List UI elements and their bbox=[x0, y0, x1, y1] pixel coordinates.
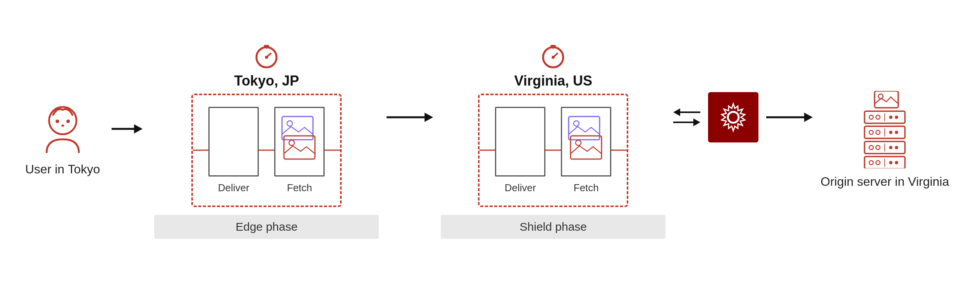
gear-section bbox=[708, 92, 758, 142]
edge-image-icon-2 bbox=[283, 135, 320, 162]
edge-location-header: Tokyo, JP bbox=[234, 43, 299, 89]
svg-point-21 bbox=[576, 140, 581, 146]
origin-server-icon bbox=[858, 91, 912, 170]
svg-rect-5 bbox=[264, 45, 269, 47]
svg-point-32 bbox=[869, 130, 873, 134]
svg-point-42 bbox=[895, 146, 898, 149]
shield-fetch-label: Fetch bbox=[574, 182, 599, 194]
origin-label: Origin server in Virginia bbox=[820, 174, 949, 190]
main-layout: User in Tokyo Tokyo, JP bbox=[25, 43, 955, 239]
shield-image-icon-2 bbox=[570, 135, 607, 162]
shield-section: Virginia, US Deliver bbox=[441, 43, 665, 239]
edge-fetch-box: Fetch bbox=[274, 107, 325, 194]
gear-icon bbox=[716, 100, 751, 135]
edge-phase-banner: Edge phase bbox=[154, 215, 379, 239]
svg-point-44 bbox=[869, 161, 873, 164]
edge-dashed-box: Deliver bbox=[191, 94, 342, 207]
svg-point-35 bbox=[889, 131, 893, 134]
svg-point-10 bbox=[287, 121, 292, 126]
bidirectional-arrows bbox=[673, 110, 700, 124]
svg-rect-14 bbox=[550, 45, 556, 47]
gear-box bbox=[708, 92, 758, 142]
svg-point-39 bbox=[876, 146, 880, 149]
edge-deliver-label: Deliver bbox=[218, 182, 249, 194]
svg-point-27 bbox=[876, 115, 880, 119]
svg-point-36 bbox=[895, 131, 898, 134]
shield-deliver-label: Deliver bbox=[505, 182, 536, 194]
edge-section: Tokyo, JP Deliver bbox=[154, 43, 379, 239]
edge-deliver-box: Deliver bbox=[208, 107, 259, 194]
shield-phase-banner: Shield phase bbox=[441, 215, 665, 239]
svg-point-48 bbox=[895, 161, 898, 164]
svg-rect-20 bbox=[571, 136, 602, 159]
shield-timer-icon bbox=[540, 43, 567, 70]
svg-point-0 bbox=[49, 107, 76, 134]
edge-timer-icon bbox=[253, 43, 280, 70]
shield-fetch-box: Fetch bbox=[561, 107, 611, 194]
shield-deliver-rect bbox=[495, 107, 545, 176]
shield-deliver-box: Deliver bbox=[495, 107, 545, 194]
svg-point-47 bbox=[889, 161, 893, 164]
gear-to-origin-arrow bbox=[766, 115, 813, 120]
svg-point-17 bbox=[552, 56, 555, 59]
shield-dashed-box: Deliver bbox=[478, 94, 628, 207]
edge-deliver-rect bbox=[208, 107, 259, 176]
svg-point-3 bbox=[61, 125, 64, 127]
user-label: User in Tokyo bbox=[25, 161, 100, 178]
svg-point-41 bbox=[889, 146, 893, 149]
svg-point-26 bbox=[869, 115, 873, 119]
edge-fetch-label: Fetch bbox=[287, 182, 312, 194]
origin-section: Origin server in Virginia bbox=[820, 91, 949, 190]
svg-point-45 bbox=[876, 161, 880, 164]
diagram-container: User in Tokyo Tokyo, JP bbox=[0, 0, 980, 281]
svg-point-2 bbox=[66, 120, 70, 123]
edge-to-shield-arrow bbox=[387, 115, 433, 120]
shield-location-header: Virginia, US bbox=[514, 43, 592, 89]
svg-point-24 bbox=[879, 94, 883, 99]
user-section: User in Tokyo bbox=[25, 103, 100, 178]
shield-location-label: Virginia, US bbox=[514, 73, 592, 89]
svg-point-22 bbox=[728, 112, 739, 123]
edge-location-label: Tokyo, JP bbox=[234, 73, 299, 89]
user-to-edge-arrow bbox=[112, 127, 143, 131]
svg-point-33 bbox=[876, 130, 880, 134]
svg-rect-11 bbox=[284, 136, 315, 159]
svg-point-8 bbox=[265, 56, 268, 59]
svg-point-29 bbox=[889, 116, 893, 119]
svg-point-30 bbox=[895, 116, 898, 119]
right-arrow bbox=[673, 120, 700, 124]
svg-point-38 bbox=[869, 146, 873, 149]
svg-point-12 bbox=[289, 140, 294, 146]
left-arrow bbox=[673, 110, 700, 114]
svg-point-19 bbox=[574, 121, 579, 126]
svg-point-1 bbox=[55, 120, 59, 123]
svg-rect-23 bbox=[875, 91, 898, 108]
user-icon bbox=[38, 103, 88, 155]
